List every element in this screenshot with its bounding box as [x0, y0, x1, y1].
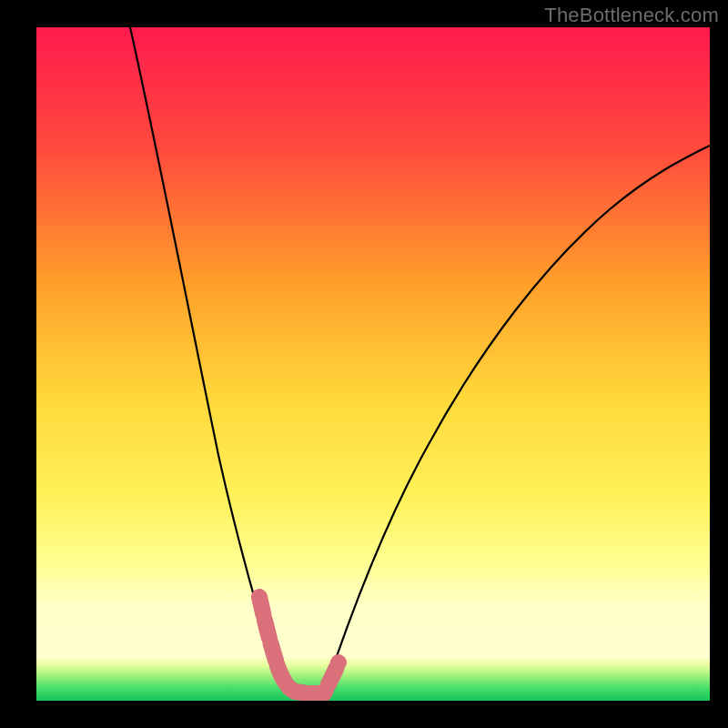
- chart-container: TheBottleneck.com: [0, 0, 728, 728]
- plot-area: [36, 27, 710, 701]
- chart-svg: [36, 27, 710, 701]
- green-band: [36, 657, 710, 701]
- watermark-text: TheBottleneck.com: [544, 4, 719, 27]
- gradient-background: [36, 27, 710, 701]
